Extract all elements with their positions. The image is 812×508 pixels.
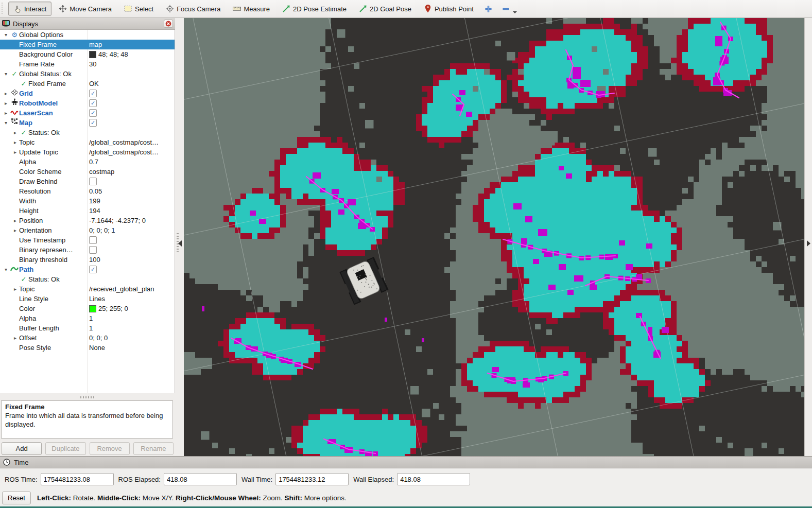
checkbox-checked-icon[interactable]: ✓ — [89, 119, 97, 127]
expander-closed-icon[interactable]: ▸ — [2, 98, 10, 108]
display-row-map-height[interactable]: Height194 — [0, 206, 175, 216]
property-value[interactable]: 1 — [89, 313, 93, 323]
display-row-path-status[interactable]: ✓Status: Ok — [0, 274, 175, 284]
toolbar-button-select[interactable]: Select — [119, 2, 159, 16]
display-row-map-topic[interactable]: ▸Topic/global_costmap/cost… — [0, 137, 175, 147]
expander-closed-icon[interactable]: ▸ — [2, 89, 10, 98]
display-row-map-update-topic[interactable]: ▸Update Topic/global_costmap/cost… — [0, 147, 175, 157]
property-value[interactable]: 25; 255; 0 — [89, 304, 128, 313]
expander-open-icon[interactable]: ▾ — [2, 30, 10, 40]
property-value[interactable]: 0; 0; 0; 1 — [89, 225, 115, 235]
property-value[interactable]: ✓ — [89, 265, 97, 274]
property-value[interactable]: ✓ — [89, 98, 97, 108]
collapse-left-icon[interactable] — [178, 240, 182, 247]
expander-closed-icon[interactable]: ▸ — [11, 147, 19, 157]
collapse-right-icon[interactable] — [807, 240, 810, 247]
property-value[interactable]: ✓ — [89, 118, 97, 128]
property-value[interactable]: 48; 48; 48 — [89, 49, 128, 59]
display-row-path-color[interactable]: Color25; 255; 0 — [0, 304, 175, 313]
toolbar-button-2d-goal-pose[interactable]: 2D Goal Pose — [354, 2, 417, 16]
wall-elapsed-input[interactable] — [397, 473, 470, 485]
checkbox-unchecked-icon[interactable] — [89, 236, 97, 244]
expander-closed-icon[interactable]: ▸ — [11, 225, 19, 235]
close-icon[interactable] — [164, 20, 173, 28]
ros-elapsed-input[interactable] — [164, 473, 237, 485]
right-panel-strip[interactable] — [804, 18, 812, 456]
property-value[interactable]: 0; 0; 0 — [89, 333, 108, 343]
checkbox-unchecked-icon[interactable] — [89, 246, 97, 254]
display-row-map-color-scheme[interactable]: Color Schemecostmap — [0, 167, 175, 177]
property-value[interactable]: ✓ — [89, 89, 97, 98]
display-row-path-buffer-length[interactable]: Buffer Length1 — [0, 323, 175, 333]
display-row-path-line-style[interactable]: Line StyleLines — [0, 294, 175, 304]
checkbox-checked-icon[interactable]: ✓ — [89, 99, 97, 107]
display-row-path-topic[interactable]: ▸Topic/received_global_plan — [0, 284, 175, 294]
property-value[interactable]: costmap — [89, 167, 114, 177]
property-value[interactable]: /received_global_plan — [89, 284, 154, 294]
expander-closed-icon[interactable]: ▸ — [11, 284, 19, 294]
checkbox-checked-icon[interactable]: ✓ — [89, 266, 97, 273]
tool-dropdown-arrow-icon[interactable] — [513, 11, 517, 13]
toolbar-button-focus-camera[interactable]: Focus Camera — [161, 2, 226, 16]
expander-open-icon[interactable]: ▾ — [2, 118, 10, 128]
property-value[interactable] — [89, 245, 97, 255]
checkbox-unchecked-icon[interactable] — [89, 178, 97, 185]
display-row-map[interactable]: ▾Map✓ — [0, 118, 175, 128]
display-row-map-binary-representation[interactable]: Binary represen… — [0, 245, 175, 255]
expander-open-icon[interactable]: ▾ — [2, 69, 10, 79]
expander-closed-icon[interactable]: ▸ — [11, 216, 19, 225]
ros-time-input[interactable] — [41, 473, 114, 485]
add-button[interactable]: Add — [2, 442, 42, 455]
display-row-global-options[interactable]: ▾⚙Global Options — [0, 30, 175, 40]
remove-button[interactable]: Remove — [90, 442, 130, 455]
display-row-map-binary-threshold[interactable]: Binary threshold100 — [0, 255, 175, 265]
display-row-path-pose-style[interactable]: Pose StyleNone — [0, 343, 175, 353]
toolbar-button-interact[interactable]: Interact — [8, 2, 51, 16]
display-row-map-draw-behind[interactable]: Draw Behind — [0, 177, 175, 186]
property-value[interactable]: 100 — [89, 255, 100, 265]
property-value[interactable]: 30 — [89, 59, 96, 69]
display-row-path-alpha[interactable]: Alpha1 — [0, 313, 175, 323]
property-value[interactable]: 199 — [89, 196, 100, 206]
costmap-3d-view[interactable] — [184, 18, 804, 456]
checkbox-checked-icon[interactable]: ✓ — [89, 90, 97, 97]
display-row-map-use-timestamp[interactable]: Use Timestamp — [0, 235, 175, 245]
display-row-map-position[interactable]: ▸Position-7.1644; -4.2377; 0 — [0, 216, 175, 225]
display-row-fixed-frame[interactable]: Fixed Framemap — [0, 40, 175, 49]
property-value[interactable]: 194 — [89, 206, 100, 216]
wall-time-input[interactable] — [275, 473, 349, 485]
property-value[interactable]: 0.7 — [89, 157, 98, 167]
display-row-grid[interactable]: ▸Grid✓ — [0, 89, 175, 98]
display-row-map-alpha[interactable]: Alpha0.7 — [0, 157, 175, 167]
reset-button[interactable]: Reset — [2, 492, 31, 504]
toolbar-button-publish-point[interactable]: Publish Point — [419, 2, 479, 16]
rename-button[interactable]: Rename — [133, 442, 174, 455]
property-value[interactable]: -7.1644; -4.2377; 0 — [89, 216, 146, 225]
display-row-laserscan[interactable]: ▸LaserScan✓ — [0, 108, 175, 118]
expander-open-icon[interactable]: ▾ — [2, 265, 10, 274]
checkbox-checked-icon[interactable]: ✓ — [89, 109, 97, 117]
toolbar-button-move-camera[interactable]: Move Camera — [54, 2, 117, 16]
property-value[interactable]: Lines — [89, 294, 105, 304]
expander-closed-icon[interactable]: ▸ — [11, 128, 19, 137]
property-value[interactable]: /global_costmap/cost… — [89, 137, 159, 147]
toolbar-button-2d-pose-estimate[interactable]: 2D Pose Estimate — [277, 2, 352, 16]
toolbar-button-remove-tool[interactable] — [498, 2, 514, 16]
property-value[interactable]: ✓ — [89, 108, 97, 118]
property-value[interactable] — [89, 177, 97, 186]
tree-splitter-handle[interactable] — [0, 394, 175, 400]
property-value[interactable]: 1 — [89, 323, 93, 333]
display-row-background-color[interactable]: Background Color48; 48; 48 — [0, 49, 175, 59]
property-value[interactable]: /global_costmap/cost… — [89, 147, 159, 157]
toolbar-grip[interactable] — [1, 3, 6, 15]
expander-closed-icon[interactable]: ▸ — [11, 137, 19, 147]
display-row-frame-rate[interactable]: Frame Rate30 — [0, 59, 175, 69]
display-row-robotmodel[interactable]: ▸RobotModel✓ — [0, 98, 175, 108]
property-value[interactable]: map — [89, 40, 102, 49]
expander-closed-icon[interactable]: ▸ — [2, 108, 10, 118]
property-value[interactable]: 0.05 — [89, 186, 102, 196]
display-row-map-status[interactable]: ▸✓Status: Ok — [0, 128, 175, 137]
property-value[interactable]: OK — [89, 79, 99, 89]
toolbar-button-add-tool[interactable] — [481, 2, 496, 16]
toolbar-button-measure[interactable]: Measure — [228, 2, 275, 16]
